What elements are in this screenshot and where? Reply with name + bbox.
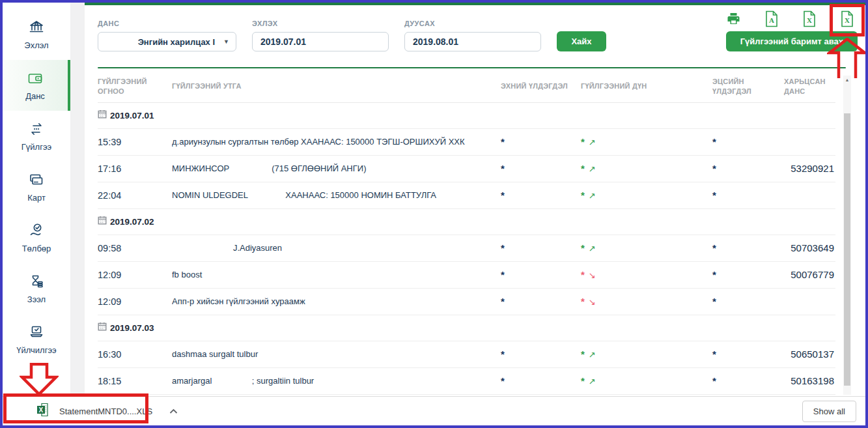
counterparty-account: 53290921 [784, 163, 835, 174]
bank-icon [28, 19, 45, 36]
transaction-description: Апп-р хийсэн гүйлгээний хураамж [172, 296, 501, 306]
download-chevron-up-icon[interactable] [169, 408, 178, 414]
date-group-row: 2019.07.03 [98, 315, 835, 341]
amount-star: * [581, 136, 585, 147]
transaction-time: 09:58 [98, 243, 172, 253]
transaction-amount-cell: *↗ [581, 163, 712, 174]
main-content: A X X [85, 3, 865, 396]
opening-balance-masked: * [501, 349, 581, 360]
direction-arrow-icon: ↗ [589, 350, 596, 360]
transaction-row[interactable]: 16:30 dashmaa surgalt tulbur * *↗ * 5065… [98, 341, 835, 368]
transaction-description: NOMIN ULDEGDEL ХААНААС: 150000 НОМИН БАТ… [172, 190, 501, 200]
amount-star: * [581, 349, 585, 360]
transaction-row[interactable]: 17:16 МИНЖИНСОР (715 ӨГЛӨӨНИЙ АНГИ) * *↗… [98, 156, 835, 182]
transaction-receipt-button[interactable]: Гүйлгээний баримт авах [726, 31, 858, 51]
excel-export-icon-highlighted[interactable]: X [839, 10, 855, 30]
counterparty-account: 50703649 [784, 242, 835, 253]
transaction-description: МИНЖИНСОР (715 ӨГЛӨӨНИЙ АНГИ) [172, 164, 501, 173]
column-header-closing-balance: ЭЦСИЙН ҮЛДЭГДЭЛ [712, 77, 784, 96]
opening-balance-masked: * [501, 136, 581, 147]
counterparty-account: 50163198 [784, 375, 835, 386]
amount-star: * [581, 269, 585, 280]
account-select-value: Энгийн харилцах I [138, 37, 215, 47]
transaction-time: 15:39 [98, 137, 172, 147]
transaction-row[interactable]: 22:04 NOMIN ULDEGDEL ХААНААС: 150000 НОМ… [98, 182, 835, 209]
transaction-amount-cell: *↗ [581, 136, 712, 147]
end-date-input[interactable] [404, 32, 541, 51]
amount-star: * [581, 163, 585, 174]
transaction-description: amarjargal ; surgaltiin tulbur [172, 376, 501, 386]
transaction-time: 16:30 [98, 349, 172, 360]
transaction-description: д.ариунзулын сургалтын төлбөр ХААНААС: 1… [172, 137, 501, 147]
sidebar-item-accounts[interactable]: Данс [3, 60, 70, 111]
amount-star: * [581, 375, 585, 386]
loan-hourglass-icon [28, 273, 45, 290]
amount-star: * [581, 296, 585, 307]
date-group-row: 2019.07.02 [98, 209, 835, 235]
sidebar-item-home[interactable]: Эхлэл [3, 9, 70, 60]
closing-balance-masked: * [712, 136, 784, 147]
browser-download-bar: X StatementMNTD0....XLS Show all [3, 396, 865, 425]
account-field: ДАНС Энгийн харилцах I ▼ [98, 20, 236, 51]
sidebar-item-cards[interactable]: Карт [3, 162, 70, 212]
transaction-row[interactable]: 15:39 д.ариунзулын сургалтын төлбөр ХААН… [98, 129, 835, 156]
opening-balance-masked: * [501, 190, 581, 201]
direction-arrow-icon: ↗ [589, 244, 596, 253]
transaction-time: 12:09 [98, 270, 172, 280]
print-icon[interactable] [725, 11, 742, 29]
column-header-description: ГҮЙЛГЭЭНИЙ УТГА [172, 81, 501, 91]
sidebar-item-label: Төлбөр [22, 244, 51, 253]
transaction-amount-cell: *↗ [581, 349, 712, 360]
transaction-description: J.Adiyasuren [172, 243, 501, 253]
closing-balance-masked: * [712, 296, 784, 307]
column-header-amount: ГҮЙЛГЭЭНИЙ ДҮН [581, 81, 712, 91]
show-all-downloads-button[interactable]: Show all [802, 401, 856, 422]
transaction-row[interactable]: 09:58 J.Adiyasuren * *↗ * 50703649 [98, 235, 835, 262]
group-date: 2019.07.01 [110, 111, 154, 121]
downloaded-file-name[interactable]: StatementMNTD0....XLS [59, 407, 152, 416]
opening-balance-masked: * [501, 375, 581, 386]
pdf-export-icon[interactable]: A [764, 10, 779, 30]
sidebar-item-transactions[interactable]: Гүйлгээ [3, 111, 70, 162]
direction-arrow-icon: ↗ [589, 191, 596, 201]
transaction-row[interactable]: 12:09 fb boost * *↘ * 50076779 [98, 262, 835, 289]
transaction-row[interactable]: 18:15 amarjargal ; surgaltiin tulbur * *… [98, 368, 835, 395]
transaction-amount-cell: *↗ [581, 242, 712, 253]
date-group-row: 2019.07.01 [98, 103, 835, 129]
search-button[interactable]: Хайх [557, 31, 606, 51]
counterparty-account: 50076779 [784, 269, 835, 280]
excel-export-icon[interactable]: X [802, 10, 817, 30]
closing-balance-masked: * [712, 269, 784, 280]
start-date-field: ЭХЛЭХ [252, 20, 389, 51]
direction-arrow-icon: ↗ [589, 137, 596, 147]
transaction-time: 12:09 [98, 296, 172, 307]
calendar-icon [98, 216, 107, 227]
content-top-accent-line [85, 3, 865, 5]
scrollbar-up-arrow-icon[interactable]: ▲ [843, 76, 851, 84]
chevron-down-icon: ▼ [223, 38, 229, 45]
closing-balance-masked: * [712, 190, 784, 201]
transaction-row[interactable]: 12:09 Апп-р хийсэн гүйлгээний хураамж * … [98, 289, 835, 315]
closing-balance-masked: * [712, 349, 784, 360]
start-date-input[interactable] [252, 32, 389, 51]
payment-hand-icon [28, 222, 45, 239]
transfer-arrows-icon [28, 121, 45, 137]
transaction-time: 22:04 [98, 190, 172, 201]
table-header-row: ГҮЙЛГЭЭНИЙ ОГНОО ГҮЙЛГЭЭНИЙ УТГА ЭХНИЙ Ү… [98, 68, 835, 103]
closing-balance-masked: * [712, 163, 784, 174]
sidebar-item-payments[interactable]: Төлбөр [3, 212, 70, 263]
account-select[interactable]: Энгийн харилцах I ▼ [98, 32, 236, 51]
app-body: Эхлэл Данс [3, 3, 865, 396]
scrollbar-thumb[interactable] [844, 113, 850, 386]
opening-balance-masked: * [501, 242, 581, 253]
svg-text:X: X [807, 16, 812, 24]
vertical-scrollbar[interactable]: ▲ [843, 76, 851, 395]
amount-star: * [581, 242, 585, 253]
export-toolbar: A X X [725, 10, 855, 30]
direction-arrow-icon: ↗ [589, 164, 596, 174]
sidebar-item-services[interactable]: Үйлчилгээ [3, 314, 70, 365]
transaction-amount-cell: *↗ [581, 190, 712, 201]
sidebar-item-loans[interactable]: Зээл [3, 263, 70, 314]
end-date-label: ДУУСАХ [404, 20, 541, 27]
transaction-table-body: 2019.07.01 15:39 д.ариунзулын сургалтын … [98, 103, 835, 395]
